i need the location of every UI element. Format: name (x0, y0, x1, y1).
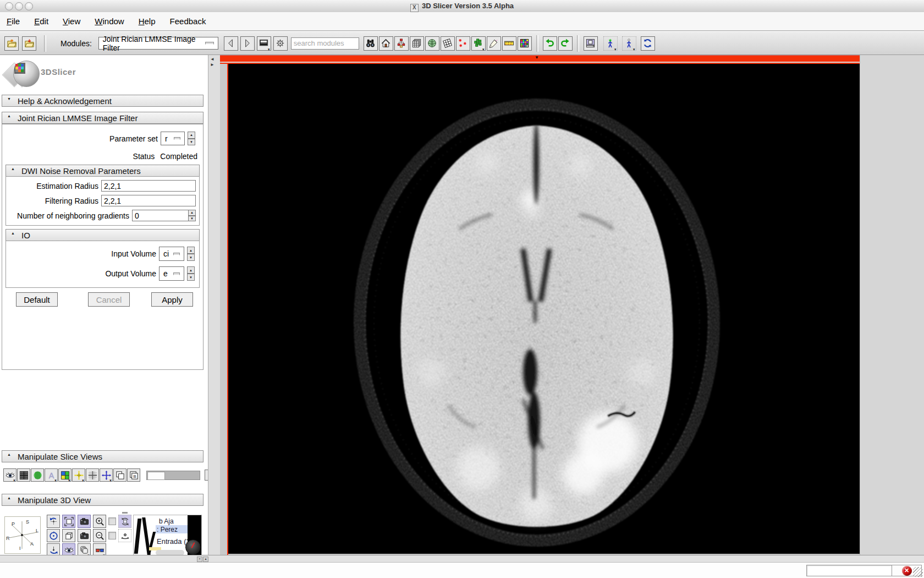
volumes-module-button[interactable] (410, 36, 424, 51)
apply-button[interactable]: Apply (151, 292, 193, 307)
transforms-module-button[interactable] (441, 36, 455, 51)
scroll-close-icon[interactable]: × (197, 557, 202, 562)
estimation-radius-input[interactable] (101, 180, 196, 192)
menu-help[interactable]: Help (139, 17, 156, 26)
measurements-module-button[interactable] (487, 36, 501, 51)
screenshot-sequence-button[interactable] (78, 529, 91, 542)
compositing-button[interactable]: ▼ (58, 468, 72, 482)
spatial-grid-button[interactable] (86, 468, 99, 482)
menu-view[interactable]: View (63, 17, 80, 26)
output-volume-dropdown[interactable]: e (159, 266, 184, 281)
slider-handle[interactable] (147, 472, 165, 480)
labelmap-layer-button[interactable] (17, 468, 30, 482)
preview-handle[interactable] (122, 512, 128, 514)
resize-grip[interactable] (913, 567, 923, 577)
redo-button[interactable] (558, 36, 573, 51)
horizontal-scrollbar[interactable]: × ▲ (0, 555, 924, 563)
fg-bg-layers-button[interactable] (113, 468, 127, 482)
section-3d-view[interactable]: ▲ Manipulate 3D View (2, 494, 204, 506)
parameter-set-dropdown[interactable]: r (161, 132, 185, 145)
section-dwi-parameters[interactable]: ▲ DWI Noise Removal Parameters (6, 165, 200, 177)
filtering-radius-input[interactable] (101, 195, 196, 206)
menu-feedback[interactable]: Feedback (170, 17, 206, 26)
modules-dropdown[interactable]: Joint Rician LMMSE Image Filter (98, 37, 218, 50)
actor-mode-button[interactable]: ▼ (622, 36, 636, 51)
refresh-views-button[interactable] (641, 36, 655, 51)
panel-splitter[interactable]: ◄ ► (208, 55, 221, 556)
stack-views-button[interactable]: ▼ (78, 543, 91, 556)
error-log-button[interactable]: ✕ (902, 566, 912, 576)
load-scene-button[interactable] (4, 36, 19, 51)
colors-module-button[interactable] (518, 36, 532, 51)
pan-slices-button[interactable]: ▼ (100, 468, 113, 482)
x11-app-icon: X (410, 4, 419, 12)
input-volume-dropdown[interactable]: ci (159, 247, 184, 261)
menu-file[interactable]: File (7, 17, 20, 26)
spinner-up-icon[interactable]: ▲ (187, 247, 195, 254)
visibility-3d-button[interactable]: ▼ (62, 543, 75, 556)
models-module-button[interactable] (425, 36, 439, 51)
slice-visibility-button[interactable]: ▼ (257, 36, 271, 51)
modules-dropdown-value: Joint Rician LMMSE Image Filter (103, 35, 201, 52)
tilt-view-button[interactable] (47, 543, 60, 556)
rock-checkbox[interactable] (108, 532, 116, 539)
section-slice-views[interactable]: ▲ Manipulate Slice Views (2, 450, 204, 462)
save-scene-button[interactable] (22, 36, 36, 51)
navigation-preview[interactable]: b Aja : Perez Entrada (321 (133, 515, 202, 556)
look-from-axis-button[interactable] (62, 529, 75, 542)
axis-label-i: I (19, 546, 21, 551)
zoom-out-button[interactable] (93, 529, 106, 542)
zoom-in-button[interactable] (93, 515, 106, 528)
section-io[interactable]: ▲ IO (6, 229, 200, 241)
slice-visibility-toggle-button[interactable]: ▼ (3, 468, 16, 482)
center-view-button[interactable] (62, 515, 75, 528)
slice-controller-bar[interactable] (220, 55, 860, 62)
spinner-down-icon[interactable]: ▼ (188, 139, 195, 146)
menu-edit[interactable]: Edit (34, 17, 48, 26)
crosshair-button[interactable]: ▼ (72, 468, 85, 482)
spinner-down-icon[interactable]: ▼ (187, 254, 195, 261)
bg-layer-button[interactable]: B (127, 468, 140, 482)
orbit-view-button[interactable] (47, 529, 60, 542)
home-module-button[interactable] (379, 36, 393, 51)
modules-history-back-button[interactable] (224, 36, 238, 51)
slice-opacity-slider[interactable] (146, 471, 200, 480)
menu-window[interactable]: Window (95, 17, 124, 26)
rock-view-button[interactable] (118, 529, 131, 542)
scroll-up-icon[interactable]: ▲ (203, 557, 208, 562)
expand-right-icon[interactable]: ► (210, 63, 215, 67)
menu-indicator-icon (174, 137, 180, 140)
spinner-down-icon[interactable]: ▼ (188, 216, 196, 222)
fiducials-module-button[interactable] (456, 36, 470, 51)
spin-checkbox[interactable] (108, 517, 116, 525)
annotations-button[interactable]: A▼ (45, 468, 58, 482)
spinner-down-icon[interactable]: ▼ (187, 274, 195, 281)
section-module[interactable]: ▲ Joint Rician LMMSE Image Filter (2, 112, 204, 124)
search-modules-button[interactable] (364, 36, 378, 51)
module-settings-button[interactable] (273, 36, 288, 51)
collapse-left-icon[interactable]: ◄ (210, 57, 215, 62)
spin-view-button[interactable] (118, 515, 131, 528)
data-module-button[interactable] (394, 36, 409, 51)
orientation-axes-widget[interactable]: P S L R I A (4, 516, 41, 554)
spinner-up-icon[interactable]: ▲ (187, 266, 195, 274)
rotate-view-button[interactable] (47, 515, 60, 528)
screenshot-button[interactable] (78, 515, 91, 528)
modules-history-forward-button[interactable] (240, 36, 255, 51)
neighboring-gradients-input[interactable] (132, 210, 188, 221)
spinner-up-icon[interactable]: ▲ (188, 132, 195, 139)
slice-viewport[interactable] (228, 64, 860, 554)
spinner-up-icon[interactable]: ▲ (188, 210, 196, 216)
undo-button[interactable] (543, 36, 557, 51)
section-help-acknowledgement[interactable]: ▼ Help & Acknowledgement (2, 95, 204, 107)
stereo-button[interactable]: ▼ (93, 543, 106, 556)
foreground-volume-button[interactable] (31, 468, 44, 482)
default-button[interactable]: Default (16, 292, 58, 307)
cancel-button[interactable]: Cancel (88, 292, 130, 307)
editor-module-button[interactable]: ▼ (471, 36, 486, 51)
ruler-module-button[interactable] (502, 36, 516, 51)
slice-controller-expand-icon[interactable]: ▼ (535, 56, 539, 60)
search-modules-input[interactable] (291, 37, 359, 50)
fiducial-mode-button[interactable]: ▼ (603, 36, 618, 51)
layout-button[interactable] (584, 36, 598, 51)
